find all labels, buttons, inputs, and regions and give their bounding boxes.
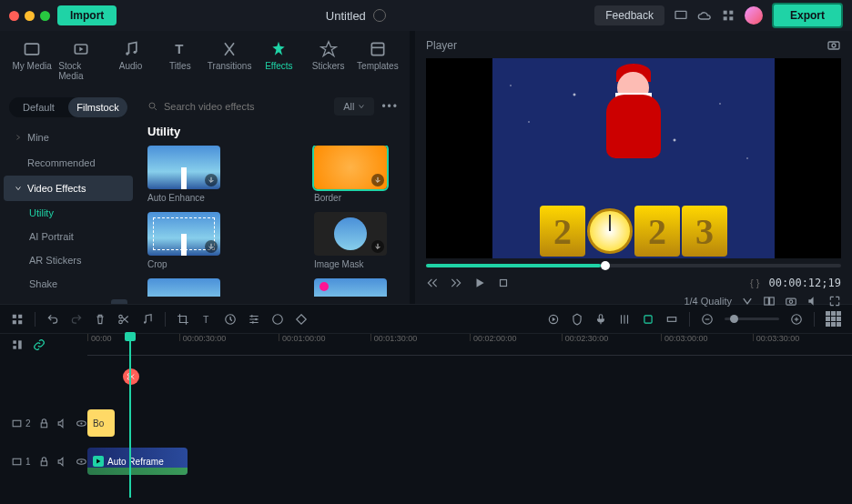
filter-all-button[interactable]: All: [334, 97, 374, 116]
camera-icon[interactable]: [785, 295, 797, 307]
effects-content: All ••• Utility Auto Enhance Border Crop…: [137, 90, 410, 304]
zoom-slider[interactable]: [725, 318, 779, 320]
effect-crop[interactable]: Crop: [147, 212, 232, 269]
sidebar-sub-ai-portrait[interactable]: AI Portrait: [4, 225, 133, 248]
search-input[interactable]: [147, 101, 327, 112]
download-icon[interactable]: [371, 240, 384, 253]
playhead[interactable]: [129, 334, 131, 498]
effect-border[interactable]: Border: [314, 146, 399, 203]
sidebar-item-recommended[interactable]: Recommended: [4, 150, 133, 176]
search-field[interactable]: [164, 101, 327, 112]
snap-icon[interactable]: [665, 313, 678, 326]
mixer-icon[interactable]: [618, 313, 631, 326]
color-icon[interactable]: [271, 313, 284, 326]
collapse-sidebar-button[interactable]: ‹: [111, 299, 127, 304]
time-ruler[interactable]: 00:00 00:00:30:00 00:01:00:00 00:01:30:0…: [87, 334, 852, 356]
track-2: 2 Bo: [0, 407, 852, 439]
tab-stickers[interactable]: Stickers: [306, 36, 351, 85]
snapshot-icon[interactable]: [827, 38, 841, 53]
next-frame-icon[interactable]: [450, 277, 462, 289]
effect-item[interactable]: [147, 278, 232, 297]
undo-icon[interactable]: [46, 313, 59, 326]
maximize-icon[interactable]: [40, 11, 50, 21]
minimize-icon[interactable]: [25, 11, 35, 21]
marker-icon[interactable]: [571, 313, 583, 326]
visibility-icon[interactable]: [76, 456, 87, 468]
speed-icon[interactable]: [224, 313, 237, 326]
tab-stock-media[interactable]: Stock Media: [58, 36, 104, 85]
svg-rect-55: [13, 459, 21, 465]
fullscreen-icon[interactable]: [828, 295, 841, 307]
source-default[interactable]: Default: [9, 97, 68, 117]
zoom-out-icon[interactable]: [701, 313, 714, 326]
mute-icon[interactable]: [56, 456, 68, 468]
tab-my-media[interactable]: My Media: [9, 36, 55, 85]
media-panel: My Media Stock Media Audio TTitles Trans…: [0, 31, 410, 304]
stop-icon[interactable]: [497, 277, 510, 289]
tab-transitions[interactable]: Transitions: [207, 36, 252, 85]
track-1: 1 Auto Reframe: [0, 445, 852, 478]
volume-icon[interactable]: [806, 295, 819, 307]
cloud-icon[interactable]: [697, 8, 712, 23]
window-controls[interactable]: [9, 11, 50, 21]
layout-icon[interactable]: [11, 313, 24, 326]
sidebar-item-video-effects[interactable]: Video Effects: [4, 176, 133, 201]
effect-auto-enhance[interactable]: Auto Enhance: [147, 146, 232, 203]
adjust-icon[interactable]: [248, 313, 260, 326]
player-viewport[interactable]: 223: [426, 58, 841, 258]
svg-rect-18: [501, 280, 507, 287]
feedback-button[interactable]: Feedback: [594, 5, 664, 25]
render-icon[interactable]: [547, 313, 560, 326]
music-icon[interactable]: [141, 313, 154, 326]
import-button[interactable]: Import: [57, 5, 117, 25]
clip-border[interactable]: Bo: [87, 409, 115, 437]
tab-audio[interactable]: Audio: [108, 36, 154, 85]
clip-video[interactable]: Auto Reframe: [87, 448, 188, 475]
split-icon[interactable]: [117, 313, 130, 326]
quality-selector[interactable]: 1/4 Quality: [684, 296, 732, 307]
svg-rect-1: [724, 11, 727, 15]
lock-icon[interactable]: [38, 418, 50, 429]
more-options-button[interactable]: •••: [381, 100, 399, 113]
download-icon[interactable]: [371, 174, 384, 186]
lock-icon[interactable]: [38, 456, 50, 468]
visibility-icon[interactable]: [76, 418, 87, 429]
sidebar-sub-ar-stickers[interactable]: AR Stickers: [4, 248, 133, 272]
cloud-sync-icon[interactable]: [373, 9, 386, 22]
tab-titles[interactable]: TTitles: [157, 36, 203, 85]
sidebar-item-mine[interactable]: Mine: [4, 125, 133, 150]
delete-icon[interactable]: [94, 313, 106, 326]
track-manager-icon[interactable]: [11, 338, 24, 351]
link-icon[interactable]: [33, 338, 46, 351]
svg-rect-25: [13, 320, 16, 324]
markers-label[interactable]: { }: [750, 277, 759, 288]
voiceover-icon[interactable]: [594, 313, 607, 326]
effect-image-mask[interactable]: Image Mask: [314, 212, 399, 269]
tab-templates[interactable]: Templates: [355, 36, 401, 85]
text-icon[interactable]: T: [200, 313, 213, 326]
sidebar-sub-shake[interactable]: Shake: [4, 272, 133, 296]
sidebar-sub-utility[interactable]: Utility: [4, 201, 133, 225]
close-icon[interactable]: [9, 11, 19, 21]
download-icon[interactable]: [205, 240, 218, 253]
apps-icon[interactable]: [721, 8, 735, 23]
progress-bar[interactable]: [426, 264, 841, 267]
play-icon[interactable]: [473, 277, 486, 289]
download-icon[interactable]: [205, 174, 218, 186]
tab-effects[interactable]: Effects: [256, 36, 301, 85]
source-filmstock[interactable]: Filmstock: [68, 97, 127, 117]
keyframe-icon[interactable]: [295, 313, 308, 326]
mute-icon[interactable]: [56, 418, 68, 429]
crop-icon[interactable]: [177, 313, 189, 326]
svg-rect-24: [18, 314, 22, 318]
effect-item[interactable]: [314, 278, 399, 297]
prev-frame-icon[interactable]: [426, 277, 439, 289]
auto-reframe-icon[interactable]: [642, 313, 654, 326]
compare-icon[interactable]: [763, 295, 776, 307]
display-icon[interactable]: [674, 8, 688, 23]
zoom-in-icon[interactable]: [790, 313, 803, 326]
view-mode-icon[interactable]: [826, 311, 841, 327]
export-button[interactable]: Export: [772, 3, 843, 28]
avatar[interactable]: [745, 6, 763, 25]
redo-icon[interactable]: [70, 313, 83, 326]
